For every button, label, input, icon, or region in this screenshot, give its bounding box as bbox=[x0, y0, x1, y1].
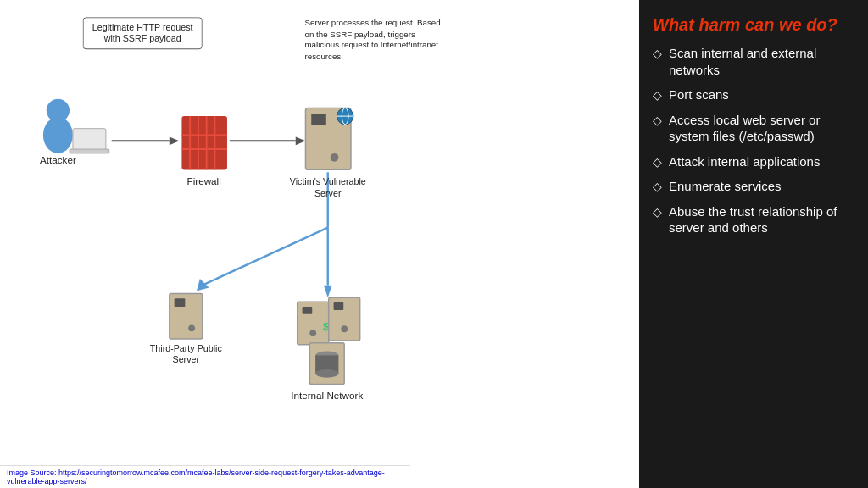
internal-network-label: Internal Network bbox=[291, 390, 363, 401]
bullet-icon: ◇ bbox=[653, 46, 662, 61]
int-screen2 bbox=[334, 302, 344, 310]
harm-item-text: Attack internal applications bbox=[669, 153, 820, 170]
third-party-label-line2: Server bbox=[173, 354, 200, 364]
third-party-label-line1: Third-Party Public bbox=[150, 343, 223, 353]
harm-list-item: ◇Scan internal and external networks bbox=[653, 45, 854, 78]
bullet-icon: ◇ bbox=[653, 179, 662, 194]
harm-item-text: Scan internal and external networks bbox=[669, 45, 854, 78]
attacker-label: Attacker bbox=[40, 154, 76, 165]
arrow-head-1 bbox=[170, 136, 180, 145]
int-disk2 bbox=[341, 325, 348, 332]
tp-screen1 bbox=[175, 298, 186, 307]
arrow-head-2 bbox=[296, 136, 306, 145]
diagram-svg: Legitimate HTTP request with SSRF payloa… bbox=[8, 8, 631, 480]
firewall-body bbox=[181, 116, 227, 169]
victim-disk bbox=[331, 153, 339, 162]
left-panel: Legitimate HTTP request with SSRF payloa… bbox=[0, 0, 639, 488]
firewall-label: Firewall bbox=[187, 175, 221, 186]
harm-list-item: ◇Access local web server or system files… bbox=[653, 112, 854, 145]
image-source: Image Source: https://securingtomorrow.m… bbox=[0, 465, 410, 488]
diagram: Legitimate HTTP request with SSRF payloa… bbox=[8, 8, 631, 480]
tp-disk1 bbox=[188, 324, 195, 331]
harm-list-item: ◇Abuse the trust relationship of server … bbox=[653, 203, 854, 236]
attacker-body bbox=[43, 117, 73, 153]
harm-item-text: Port scans bbox=[669, 86, 729, 103]
arrow-left-branch bbox=[203, 228, 328, 286]
harm-item-text: Abuse the trust relationship of server a… bbox=[669, 203, 854, 236]
laptop-screen bbox=[73, 129, 106, 150]
victim-label-line1: Victim's Vulnerable bbox=[290, 176, 366, 186]
harm-list-item: ◇Attack internal applications bbox=[653, 153, 854, 170]
harm-item-text: Enumerate services bbox=[669, 178, 782, 195]
db-bottom bbox=[315, 369, 338, 378]
top-left-label: Legitimate HTTP request with SSRF payloa… bbox=[83, 17, 203, 49]
right-panel: What harm can we do? ◇Scan internal and … bbox=[639, 0, 868, 488]
harm-list: ◇Scan internal and external networks◇Por… bbox=[653, 45, 854, 245]
bullet-icon: ◇ bbox=[653, 204, 662, 219]
harm-list-item: ◇Enumerate services bbox=[653, 178, 854, 195]
bullet-icon: ◇ bbox=[653, 154, 662, 169]
arrow-head-right bbox=[324, 286, 332, 298]
laptop-base bbox=[70, 149, 109, 153]
bullet-icon: ◇ bbox=[653, 113, 662, 128]
bullet-icon: ◇ bbox=[653, 87, 662, 103]
harm-item-text: Access local web server or system files … bbox=[669, 112, 854, 145]
int-disk1 bbox=[309, 330, 316, 336]
right-panel-title: What harm can we do? bbox=[653, 15, 854, 35]
victim-label-line2: Server bbox=[314, 188, 342, 198]
harm-list-item: ◇Port scans bbox=[653, 86, 854, 103]
internal-tower2 bbox=[329, 297, 360, 341]
arrow-head-left bbox=[197, 279, 209, 291]
top-right-label: Server processes the request. Based on t… bbox=[302, 14, 454, 64]
victim-screen bbox=[311, 114, 326, 125]
int-screen1 bbox=[303, 307, 313, 314]
